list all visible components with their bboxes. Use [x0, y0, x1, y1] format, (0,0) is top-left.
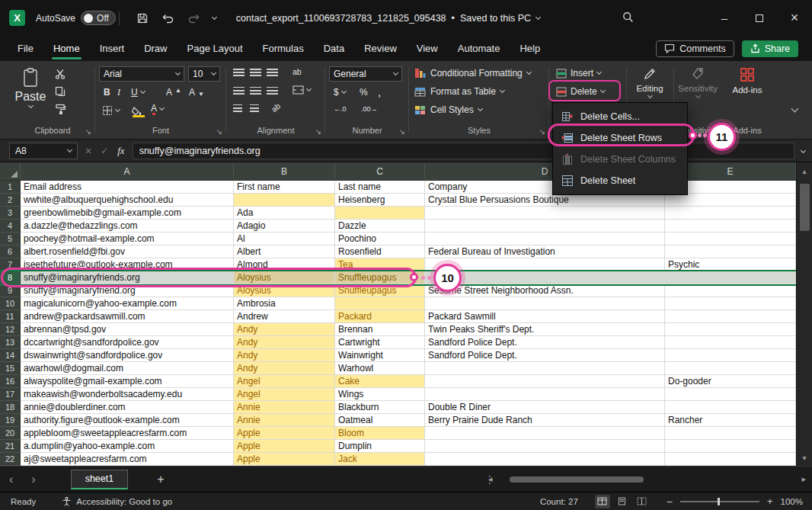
- cell-B20[interactable]: Apple: [234, 427, 335, 440]
- row-header-11[interactable]: 11: [0, 310, 21, 323]
- menu-item-delete-sheet[interactable]: Delete Sheet: [553, 170, 687, 191]
- comma-style-button[interactable]: ,: [378, 85, 381, 98]
- cell-B9[interactable]: Aloysius: [234, 284, 335, 297]
- collapse-ribbon-chevron-icon[interactable]: [791, 105, 799, 113]
- clipboard-dialog-launcher[interactable]: ↘: [85, 127, 91, 136]
- number-format-combo[interactable]: General: [329, 66, 402, 82]
- cell-A22[interactable]: aj@sweetappleacresfarm.com: [21, 453, 234, 466]
- row-header-10[interactable]: 10: [0, 297, 21, 310]
- cell-E7[interactable]: Psychic: [665, 258, 796, 271]
- cell-D22[interactable]: [425, 453, 665, 466]
- cell-C18[interactable]: Blackburn: [335, 401, 425, 414]
- align-middle-button[interactable]: [250, 69, 261, 76]
- percent-button[interactable]: %: [360, 87, 368, 98]
- row-header-18[interactable]: 18: [0, 401, 21, 414]
- cell-C20[interactable]: Bloom: [335, 427, 425, 440]
- row-header-4[interactable]: 4: [0, 220, 21, 233]
- cell-C11[interactable]: Packard: [335, 310, 425, 323]
- cell-C10[interactable]: [335, 297, 425, 310]
- merge-center-button[interactable]: [293, 85, 311, 95]
- cell-C4[interactable]: Dazzle: [335, 220, 425, 233]
- cell-E5[interactable]: [665, 233, 796, 245]
- column-header-C[interactable]: C: [335, 162, 425, 180]
- column-header-A[interactable]: A: [21, 162, 234, 180]
- number-dialog-launcher[interactable]: ↘: [399, 127, 405, 136]
- cell-E11[interactable]: [665, 310, 796, 323]
- row-header-2[interactable]: 2: [0, 194, 21, 207]
- cell-D3[interactable]: [425, 207, 665, 220]
- search-icon[interactable]: [622, 11, 634, 25]
- enter-button[interactable]: ✓: [101, 146, 108, 156]
- cell-A16[interactable]: alwayspolite@gmail-example.com: [21, 375, 234, 388]
- cell-A15[interactable]: awarhowl@dogmail.com: [21, 362, 234, 375]
- normal-view-button[interactable]: [595, 495, 610, 508]
- row-header-19[interactable]: 19: [0, 414, 21, 427]
- menu-tab-view[interactable]: View: [407, 36, 448, 61]
- menu-tab-formulas[interactable]: Formulas: [253, 36, 314, 61]
- cell-D19[interactable]: Berry Prairie Dude Ranch: [425, 414, 665, 427]
- cell-B21[interactable]: Apple: [234, 440, 335, 453]
- cell-A17[interactable]: makeawish@wonderboltsacademy.edu: [21, 388, 234, 401]
- font-size-combo[interactable]: 10: [188, 66, 220, 82]
- cell-B16[interactable]: Angel: [234, 375, 335, 388]
- scroll-right-icon[interactable]: ▸: [801, 474, 806, 484]
- menu-tab-home[interactable]: Home: [43, 36, 90, 61]
- cell-A5[interactable]: poochey@hotmail-example.com: [21, 233, 234, 245]
- cell-C15[interactable]: Warhowl: [335, 362, 425, 375]
- scroll-down-icon[interactable]: ▾: [797, 449, 812, 466]
- cell-E21[interactable]: [665, 440, 796, 453]
- row-header-9[interactable]: 9: [0, 284, 21, 297]
- menu-tab-draw[interactable]: Draw: [134, 36, 177, 61]
- cell-C12[interactable]: Brennan: [335, 323, 425, 336]
- minimize-button[interactable]: –: [707, 0, 742, 36]
- cell-A4[interactable]: a.dazzle@thedazzlings.com: [21, 220, 234, 233]
- menu-tab-review[interactable]: Review: [354, 36, 407, 61]
- expand-formula-bar-chevron-icon[interactable]: [801, 148, 806, 153]
- cell-C3[interactable]: [335, 207, 425, 220]
- cell-D15[interactable]: [425, 362, 665, 375]
- redo-button[interactable]: [187, 11, 202, 26]
- row-header-17[interactable]: 17: [0, 388, 21, 401]
- close-button[interactable]: ×: [777, 0, 812, 36]
- cell-A18[interactable]: annie@doublerdiner.com: [21, 401, 234, 414]
- cell-E8[interactable]: [665, 271, 796, 284]
- cell-D21[interactable]: [425, 440, 665, 453]
- cell-B15[interactable]: Andy: [234, 362, 335, 375]
- alignment-dialog-launcher[interactable]: ↘: [315, 127, 321, 136]
- fill-color-button[interactable]: [131, 104, 146, 117]
- cell-E19[interactable]: Rancher: [665, 414, 796, 427]
- cell-A19[interactable]: authority.figure@outlook-example.com: [21, 414, 234, 427]
- copy-button[interactable]: [55, 86, 66, 97]
- styles-dialog-launcher[interactable]: ↘: [539, 127, 545, 136]
- cell-A10[interactable]: magicalunicorn@yahoo-example.com: [21, 297, 234, 310]
- align-top-button[interactable]: [233, 69, 245, 76]
- name-box[interactable]: A8: [9, 143, 78, 159]
- cell-B19[interactable]: Annie: [234, 414, 335, 427]
- cell-E18[interactable]: [665, 401, 796, 414]
- cell-A7[interactable]: iseethefuture@outlook-example.com: [21, 258, 234, 271]
- page-break-view-button[interactable]: [635, 495, 650, 508]
- menu-item-delete-cells[interactable]: Delete Cells...: [553, 106, 687, 127]
- cell-E6[interactable]: [665, 245, 796, 258]
- cell-D6[interactable]: Federal Bureau of Investigation: [425, 245, 665, 258]
- row-header-15[interactable]: 15: [0, 362, 21, 375]
- cell-A8[interactable]: snuffy@imaginaryfriends.org: [21, 271, 234, 284]
- cell-styles-button[interactable]: Cell Styles: [414, 104, 482, 115]
- row-header-13[interactable]: 13: [0, 336, 21, 349]
- save-button[interactable]: [135, 11, 150, 26]
- wrap-text-button[interactable]: ab: [293, 67, 302, 76]
- cell-A12[interactable]: abrennan@tpsd.gov: [21, 323, 234, 336]
- cell-B10[interactable]: Ambrosia: [234, 297, 335, 310]
- share-button[interactable]: Share: [742, 40, 798, 57]
- cell-C17[interactable]: Wings: [335, 388, 425, 401]
- editing-button[interactable]: Editing: [628, 67, 672, 98]
- cell-E15[interactable]: [665, 362, 796, 375]
- row-header-20[interactable]: 20: [0, 427, 21, 440]
- page-layout-view-button[interactable]: [615, 495, 630, 508]
- font-color-button[interactable]: A: [151, 103, 164, 115]
- insert-function-button[interactable]: fx: [117, 145, 124, 157]
- cell-D17[interactable]: [425, 388, 665, 401]
- horizontal-scroll-thumb[interactable]: [510, 476, 644, 483]
- decrease-indent-button[interactable]: [233, 104, 242, 112]
- row-header-22[interactable]: 22: [0, 453, 21, 466]
